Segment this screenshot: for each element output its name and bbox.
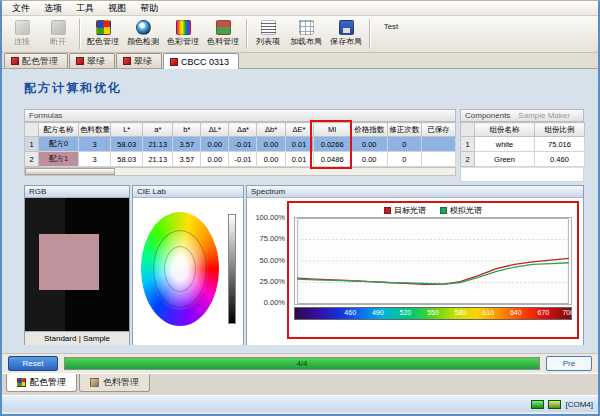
- toolbar-separator: [246, 19, 247, 49]
- header-cell[interactable]: Δb*: [257, 123, 285, 137]
- list-items-button[interactable]: 列表项: [250, 18, 286, 49]
- load-layout-icon: [299, 20, 314, 35]
- tab-cuilv-1[interactable]: 翠绿: [69, 53, 115, 68]
- palette-icon: [17, 378, 26, 387]
- test-button[interactable]: Test: [373, 18, 409, 33]
- components-table: 组份名称 组份比例 1 white 75.016 2 Green 0.460: [460, 122, 585, 167]
- progress-text: 4/4: [65, 359, 539, 368]
- spectrum-legend: 目标光谱 模拟光谱: [289, 203, 577, 217]
- bottom-tab-bar: 配色管理 色料管理: [2, 373, 598, 395]
- lightness-gradient-bar[interactable]: [228, 214, 236, 324]
- connection-indicator-icon: [531, 400, 544, 409]
- colorant-manage-button[interactable]: 色料管理: [203, 18, 243, 49]
- tab-label: 配色管理: [22, 55, 58, 68]
- main-content: 配方计算和优化 Formulas 配方名称 色料数量 L* a* b* ΔL* …: [2, 69, 598, 353]
- status-bar: [COM4]: [2, 395, 598, 412]
- reset-button[interactable]: Reset: [8, 356, 58, 371]
- component-row-1[interactable]: 2 Green 0.460: [461, 152, 585, 167]
- bottom-tab-color-match[interactable]: 配色管理: [6, 374, 77, 392]
- cell: 3.57: [173, 152, 201, 167]
- cell: 0.00: [257, 152, 285, 167]
- connect-button[interactable]: 连接: [4, 18, 40, 49]
- header-cell[interactable]: 组份名称: [475, 123, 535, 137]
- cell: 0.460: [535, 152, 585, 167]
- colorant-icon: [216, 20, 231, 35]
- color-detect-button[interactable]: 颜色检测: [123, 18, 163, 49]
- header-cell[interactable]: 配方名称: [39, 123, 79, 137]
- pre-button[interactable]: Pre: [546, 356, 592, 371]
- formula-row-0[interactable]: 1 配方0 3 58.03 21.13 3.57 0.00 -0.01 0.00…: [25, 137, 456, 152]
- cell: 3.57: [173, 137, 201, 152]
- cell-formula-color: 配方1: [39, 152, 79, 167]
- cell: Green: [475, 152, 535, 167]
- component-row-0[interactable]: 1 white 75.016: [461, 137, 585, 152]
- app-window: 文件 选项 工具 视图 帮助 连接 断开 配色管理 颜色检测 色彩管理: [0, 0, 600, 416]
- cell: 0.00: [351, 152, 387, 167]
- x-axis-tick: 460: [344, 309, 356, 316]
- sample-maker-label[interactable]: Sample Maker: [518, 110, 570, 121]
- header-cell[interactable]: Δa*: [229, 123, 257, 137]
- tab-label: 翠绿: [87, 55, 105, 68]
- tab-icon: [170, 58, 178, 66]
- document-tab-bar: 配色管理 翠绿 翠绿 CBCC 0313: [2, 53, 598, 69]
- header-cell[interactable]: ΔL*: [201, 123, 229, 137]
- tab-icon: [11, 57, 19, 65]
- cell-saved[interactable]: [421, 137, 455, 152]
- header-cell-mi[interactable]: MI: [313, 123, 351, 137]
- rgb-preview: [25, 198, 129, 331]
- save-layout-button[interactable]: 保存布局: [326, 18, 366, 49]
- simulated-legend-swatch: [440, 207, 447, 214]
- cell: 0.00: [257, 137, 285, 152]
- menu-options[interactable]: 选项: [37, 1, 69, 16]
- cell: 0: [387, 152, 421, 167]
- menu-file[interactable]: 文件: [5, 1, 37, 16]
- y-axis-tick: 100.00%: [249, 213, 285, 222]
- color-manage-button[interactable]: 色彩管理: [163, 18, 203, 49]
- bottom-tab-colorant-manage[interactable]: 色料管理: [79, 374, 150, 392]
- components-section-header: Components Sample Maker: [460, 109, 584, 122]
- tab-cuilv-2[interactable]: 翠绿: [116, 53, 162, 68]
- disconnect-label: 断开: [50, 36, 66, 47]
- load-layout-button[interactable]: 加载布局: [286, 18, 326, 49]
- connect-icon: [15, 20, 30, 35]
- tab-cbcc-0313[interactable]: CBCC 0313: [163, 53, 239, 69]
- disconnect-button[interactable]: 断开: [40, 18, 76, 49]
- tab-color-match[interactable]: 配色管理: [4, 53, 68, 68]
- header-cell[interactable]: L*: [111, 123, 143, 137]
- test-label: Test: [384, 22, 399, 31]
- menu-help[interactable]: 帮助: [133, 1, 165, 16]
- cell: 0: [387, 137, 421, 152]
- formulas-horizontal-scrollbar[interactable]: [24, 167, 456, 176]
- color-match-button[interactable]: 配色管理: [83, 18, 123, 49]
- menu-tools[interactable]: 工具: [69, 1, 101, 16]
- x-axis-tick: 700: [562, 309, 574, 316]
- header-cell[interactable]: ΔE*: [285, 123, 313, 137]
- cie-diagram: [133, 198, 243, 345]
- header-cell[interactable]: 组份比例: [535, 123, 585, 137]
- target-legend-swatch: [384, 207, 391, 214]
- header-cell[interactable]: 已保存: [421, 123, 455, 137]
- cell-saved[interactable]: [421, 152, 455, 167]
- cell: 0.01: [285, 152, 313, 167]
- header-cell[interactable]: a*: [143, 123, 173, 137]
- legend-target: 目标光谱: [384, 205, 426, 216]
- row-number-cell: 1: [25, 137, 39, 152]
- scrollbar-thumb[interactable]: [25, 168, 115, 175]
- header-cell[interactable]: 修正次数: [387, 123, 421, 137]
- header-cell[interactable]: 色料数量: [79, 123, 111, 137]
- header-cell[interactable]: 价格指数: [351, 123, 387, 137]
- x-axis-tick: 670: [538, 309, 550, 316]
- components-header-row: 组份名称 组份比例: [461, 123, 585, 137]
- cell-mi: 0.0486: [313, 152, 351, 167]
- cell: 75.016: [535, 137, 585, 152]
- menu-view[interactable]: 视图: [101, 1, 133, 16]
- rgb-panel: RGB Standard | Sample: [24, 185, 130, 345]
- row-number-cell: 2: [25, 152, 39, 167]
- wavelength-colorbar: 460 490 520 550 580 610 640 670 700: [294, 307, 572, 320]
- bottom-tab-label: 配色管理: [30, 376, 66, 389]
- header-cell[interactable]: b*: [173, 123, 201, 137]
- formula-row-1[interactable]: 2 配方1 3 58.03 21.13 3.57 0.00 -0.01 0.00…: [25, 152, 456, 167]
- color-manage-label: 色彩管理: [167, 36, 199, 47]
- device-indicator-icon: [548, 400, 561, 409]
- formulas-header-row: 配方名称 色料数量 L* a* b* ΔL* Δa* Δb* ΔE* MI 价格…: [25, 123, 456, 137]
